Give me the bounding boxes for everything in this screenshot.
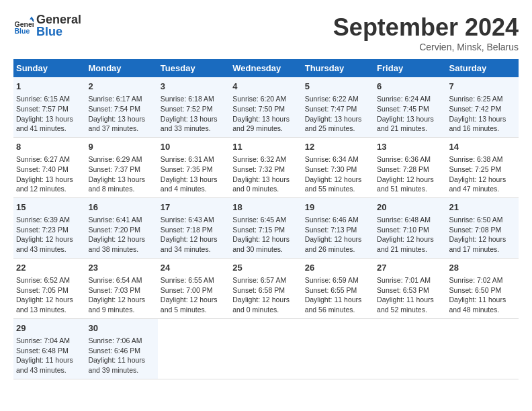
day-number: 22 (16, 262, 83, 274)
svg-text:Blue: Blue (15, 27, 30, 35)
daylight-line2: and 21 minutes. (377, 245, 427, 253)
daylight-line1: Daylight: 13 hours (232, 175, 290, 183)
daylight-line1: Daylight: 13 hours (88, 115, 145, 123)
daylight-line2: and 0 minutes. (232, 185, 279, 193)
sunrise: Sunrise: 6:34 AM (305, 155, 359, 163)
daylight-line2: and 48 minutes. (449, 306, 500, 314)
logo-general: General (36, 13, 81, 26)
calendar-row: 1 Sunrise: 6:15 AM Sunset: 7:57 PM Dayli… (13, 77, 519, 137)
daylight-line1: Daylight: 12 hours (16, 295, 73, 304)
daylight-line1: Daylight: 12 hours (449, 175, 506, 183)
sunset: Sunset: 7:20 PM (88, 226, 140, 234)
daylight-line1: Daylight: 13 hours (449, 115, 506, 123)
sunset: Sunset: 7:37 PM (88, 165, 140, 173)
daylight-line2: and 30 minutes. (232, 245, 283, 253)
sunrise: Sunrise: 6:50 AM (449, 216, 503, 224)
sunset: Sunset: 7:25 PM (449, 165, 502, 173)
sunrise: Sunrise: 6:54 AM (88, 276, 142, 284)
calendar-cell: 24 Sunrise: 6:55 AM Sunset: 7:00 PM Dayl… (158, 258, 230, 318)
sunrise: Sunrise: 7:01 AM (377, 276, 431, 284)
calendar-cell: 9 Sunrise: 6:29 AM Sunset: 7:37 PM Dayli… (85, 137, 157, 197)
sunset: Sunset: 6:50 PM (449, 286, 502, 294)
sunset: Sunset: 6:58 PM (232, 286, 285, 294)
daylight-line1: Daylight: 11 hours (16, 356, 73, 364)
calendar-cell: 6 Sunrise: 6:24 AM Sunset: 7:45 PM Dayli… (374, 77, 446, 137)
calendar-cell: 2 Sunrise: 6:17 AM Sunset: 7:54 PM Dayli… (85, 77, 157, 137)
daylight-line2: and 43 minutes. (16, 245, 66, 253)
sunset: Sunset: 7:47 PM (305, 105, 357, 113)
day-number: 18 (232, 201, 299, 214)
page-header: General Blue General Blue September 2024… (13, 13, 519, 52)
day-number: 5 (305, 81, 371, 93)
logo-icon: General Blue (13, 15, 34, 36)
sunset: Sunset: 7:57 PM (16, 105, 69, 113)
daylight-line2: and 37 minutes. (88, 124, 138, 132)
daylight-line2: and 29 minutes. (232, 124, 283, 132)
sunrise: Sunrise: 6:27 AM (16, 155, 70, 163)
daylight-line1: Daylight: 11 hours (305, 295, 362, 304)
calendar-cell: 25 Sunrise: 6:57 AM Sunset: 6:58 PM Dayl… (230, 258, 302, 318)
calendar-cell: 10 Sunrise: 6:31 AM Sunset: 7:35 PM Dayl… (158, 137, 230, 197)
sunset: Sunset: 7:13 PM (305, 226, 357, 234)
sunset: Sunset: 7:45 PM (377, 105, 429, 113)
column-header-thursday: Thursday (302, 59, 374, 77)
sunrise: Sunrise: 6:31 AM (161, 155, 214, 163)
sunset: Sunset: 7:28 PM (377, 165, 429, 173)
calendar-cell (302, 318, 374, 379)
day-number: 8 (16, 141, 83, 153)
day-number: 2 (88, 81, 154, 93)
calendar-row: 22 Sunrise: 6:52 AM Sunset: 7:05 PM Dayl… (13, 258, 519, 318)
daylight-line1: Daylight: 12 hours (16, 235, 73, 243)
sunrise: Sunrise: 6:17 AM (88, 95, 142, 103)
column-header-friday: Friday (374, 59, 446, 77)
daylight-line1: Daylight: 12 hours (232, 235, 290, 243)
daylight-line2: and 16 minutes. (449, 124, 500, 132)
sunrise: Sunrise: 6:59 AM (305, 276, 359, 284)
daylight-line2: and 55 minutes. (305, 185, 355, 193)
sunset: Sunset: 7:05 PM (16, 286, 69, 294)
calendar-cell: 7 Sunrise: 6:25 AM Sunset: 7:42 PM Dayli… (447, 77, 519, 137)
day-number: 21 (449, 201, 516, 214)
svg-marker-2 (30, 17, 34, 20)
sunset: Sunset: 6:55 PM (305, 286, 357, 294)
day-number: 14 (449, 141, 516, 153)
calendar-cell: 29 Sunrise: 7:04 AM Sunset: 6:48 PM Dayl… (13, 318, 85, 379)
calendar-row: 8 Sunrise: 6:27 AM Sunset: 7:40 PM Dayli… (13, 137, 519, 197)
calendar-table: SundayMondayTuesdayWednesdayThursdayFrid… (13, 59, 519, 379)
calendar-cell: 23 Sunrise: 6:54 AM Sunset: 7:03 PM Dayl… (85, 258, 157, 318)
sunrise: Sunrise: 6:25 AM (449, 95, 503, 103)
sunrise: Sunrise: 6:22 AM (305, 95, 359, 103)
daylight-line1: Daylight: 12 hours (305, 235, 362, 243)
sunset: Sunset: 7:50 PM (232, 105, 285, 113)
daylight-line2: and 41 minutes. (16, 124, 66, 132)
daylight-line1: Daylight: 13 hours (305, 115, 362, 123)
column-header-saturday: Saturday (447, 59, 519, 77)
daylight-line1: Daylight: 12 hours (88, 235, 145, 243)
header-row: SundayMondayTuesdayWednesdayThursdayFrid… (13, 59, 519, 77)
daylight-line1: Daylight: 12 hours (377, 175, 434, 183)
sunrise: Sunrise: 6:39 AM (16, 216, 70, 224)
calendar-cell (230, 318, 302, 379)
month-title: September 2024 (333, 13, 519, 42)
daylight-line1: Daylight: 12 hours (449, 235, 506, 243)
day-number: 11 (232, 141, 299, 153)
sunrise: Sunrise: 6:57 AM (232, 276, 286, 284)
sunset: Sunset: 7:08 PM (449, 226, 502, 234)
column-header-sunday: Sunday (13, 59, 85, 77)
sunrise: Sunrise: 6:32 AM (232, 155, 286, 163)
sunrise: Sunrise: 7:06 AM (88, 336, 142, 345)
daylight-line2: and 33 minutes. (161, 124, 211, 132)
daylight-line1: Daylight: 13 hours (161, 115, 218, 123)
daylight-line1: Daylight: 13 hours (16, 115, 73, 123)
calendar-cell: 11 Sunrise: 6:32 AM Sunset: 7:32 PM Dayl… (230, 137, 302, 197)
daylight-line2: and 51 minutes. (377, 185, 427, 193)
sunrise: Sunrise: 6:48 AM (377, 216, 431, 224)
logo: General Blue General Blue (13, 13, 81, 38)
sunset: Sunset: 7:42 PM (449, 105, 502, 113)
sunset: Sunset: 7:00 PM (161, 286, 213, 294)
day-number: 10 (161, 141, 227, 153)
sunset: Sunset: 7:54 PM (88, 105, 140, 113)
location: Cervien, Minsk, Belarus (333, 42, 519, 52)
day-number: 17 (161, 201, 227, 214)
sunrise: Sunrise: 6:55 AM (161, 276, 214, 284)
